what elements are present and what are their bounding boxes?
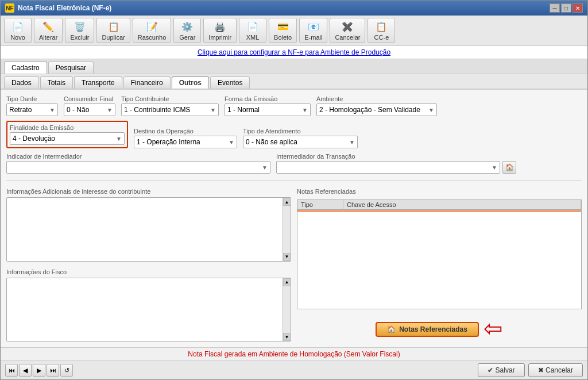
table-chave-cell xyxy=(343,210,581,212)
boleto-button[interactable]: 💳 Boleto xyxy=(269,18,297,43)
fisco-scroll-track xyxy=(283,286,291,333)
xml-icon: 📄 xyxy=(246,20,259,33)
scroll-down-arrow[interactable]: ▼ xyxy=(283,253,291,261)
nav-last-button[interactable]: ⏭ xyxy=(47,364,59,377)
table-tipo-cell xyxy=(297,210,343,212)
rascunho-icon: 📝 xyxy=(146,20,158,33)
title-bar: NF Nota Fiscal Eletrônica (NF-e) ─ □ ✕ xyxy=(1,1,587,16)
tab-outros[interactable]: Outros xyxy=(172,76,209,89)
scroll-up-arrow[interactable]: ▲ xyxy=(283,198,291,206)
info-fisco-textarea[interactable] xyxy=(7,278,283,318)
intermediador-transacao-action-btn[interactable]: 🏠 xyxy=(502,161,516,174)
nav-refresh-button[interactable]: ↺ xyxy=(60,364,73,377)
cce-button[interactable]: 📋 CC-e xyxy=(368,18,395,43)
info-fisco-group: Informações do Fisco ▲ ▼ xyxy=(6,268,291,342)
email-icon: 📧 xyxy=(307,20,320,33)
novo-button[interactable]: 📄 Novo xyxy=(4,18,32,43)
consumidor-final-select[interactable]: 0 - Não ▼ xyxy=(64,103,115,116)
info-fisco-label: Informações do Fisco xyxy=(6,268,291,275)
destino-operacao-select[interactable]: 1 - Operação Interna ▼ xyxy=(134,136,237,148)
forma-emissao-arrow: ▼ xyxy=(302,107,308,113)
restore-button[interactable]: □ xyxy=(561,3,571,13)
tab-financeiro[interactable]: Financeiro xyxy=(123,76,171,89)
xml-button[interactable]: 📄 XML xyxy=(239,18,266,43)
col-chave-header: Chave de Acesso xyxy=(343,200,581,209)
forma-emissao-select[interactable]: 1 - Normal ▼ xyxy=(225,103,311,116)
info-fisco-scrollbar[interactable]: ▲ ▼ xyxy=(283,278,291,341)
form-row-1: Tipo Danfe Retrato ▼ Consumidor Final 0 … xyxy=(6,95,582,116)
cce-label: CC-e xyxy=(374,34,389,41)
notas-referenciadas-button[interactable]: 🏠 Notas Referenciadas xyxy=(376,322,479,337)
info-contribuinte-label: Informações Adicionais de interesse do c… xyxy=(6,188,291,195)
destino-operacao-label: Destino da Operação xyxy=(134,128,237,135)
email-button[interactable]: 📧 E-mail xyxy=(299,18,327,43)
form-row-3: Indicador de Intermediador ▼ Intermediad… xyxy=(6,153,582,174)
tab-pesquisar[interactable]: Pesquisar xyxy=(48,62,94,74)
close-button[interactable]: ✕ xyxy=(572,3,583,13)
boleto-label: Boleto xyxy=(274,34,292,41)
arrow-right-icon: ⇦ xyxy=(483,315,503,341)
tipo-contribuinte-select[interactable]: 1 - Contribuinte ICMS ▼ xyxy=(121,103,219,116)
ambiente-select[interactable]: 2 - Homologação - Sem Validade ▼ xyxy=(316,103,437,116)
destino-operacao-arrow: ▼ xyxy=(229,139,234,145)
tipo-danfe-select[interactable]: Retrato ▼ xyxy=(6,103,58,116)
tipo-contribuinte-group: Tipo Contribuinte 1 - Contribuinte ICMS … xyxy=(121,95,219,116)
notas-referenciadas-table: Tipo Chave de Acesso xyxy=(297,199,582,309)
tab-cadastro[interactable]: Cadastro xyxy=(4,62,47,74)
config-link[interactable]: Clique aqui para configurar a NF-e para … xyxy=(198,48,390,56)
info-contribuinte-scrollbar[interactable]: ▲ ▼ xyxy=(283,198,291,261)
finalidade-emissao-select[interactable]: 4 - Devolução ▼ xyxy=(10,132,125,145)
intermediador-transacao-select[interactable]: ▼ xyxy=(276,161,500,174)
rascunho-button[interactable]: 📝 Rascunho xyxy=(133,18,172,43)
fisco-scroll-down-arrow[interactable]: ▼ xyxy=(283,333,291,341)
novo-icon: 📄 xyxy=(11,20,24,33)
nav-prev-button[interactable]: ◀ xyxy=(19,364,32,377)
nav-next-button[interactable]: ▶ xyxy=(33,364,45,377)
indicador-intermediador-label: Indicador de Intermediador xyxy=(6,153,270,160)
imprimir-icon: 🖨️ xyxy=(214,20,226,33)
save-button[interactable]: ✔ Salvar xyxy=(478,363,524,377)
tipo-atendimento-arrow: ▼ xyxy=(349,139,355,145)
intermediador-action-icon: 🏠 xyxy=(505,163,514,171)
gerar-button[interactable]: ⚙️ Gerar xyxy=(173,18,201,43)
table-data-row[interactable] xyxy=(297,210,581,212)
cancelar-toolbar-button[interactable]: ✖️ Cancelar xyxy=(330,18,365,43)
cancel-button[interactable]: ✖ Cancelar xyxy=(528,363,583,377)
excluir-button[interactable]: 🗑️ Excluir xyxy=(65,18,94,43)
col-tipo-header: Tipo xyxy=(297,200,343,209)
cce-icon: 📋 xyxy=(375,20,388,33)
forma-emissao-label: Forma da Emissão xyxy=(225,95,311,102)
indicador-intermediador-select[interactable]: ▼ xyxy=(6,161,270,174)
imprimir-button[interactable]: 🖨️ Imprimir xyxy=(203,18,237,43)
tab-totais[interactable]: Totais xyxy=(40,76,73,89)
tipo-atendimento-select[interactable]: 0 - Não se aplica ▼ xyxy=(243,136,358,148)
consumidor-final-arrow: ▼ xyxy=(107,107,113,113)
duplicar-button[interactable]: 📋 Duplicar xyxy=(96,18,130,43)
title-bar-left: NF Nota Fiscal Eletrônica (NF-e) xyxy=(5,3,111,13)
two-column-section: Informações Adicionais de interesse do c… xyxy=(6,188,582,341)
scroll-track xyxy=(283,206,291,253)
tab-eventos[interactable]: Eventos xyxy=(210,76,250,89)
alterar-button[interactable]: ✏️ Alterar xyxy=(34,18,63,43)
fisco-scroll-up-arrow[interactable]: ▲ xyxy=(283,278,291,286)
notas-btn-label: Notas Referenciadas xyxy=(399,325,467,333)
info-contribuinte-textarea[interactable] xyxy=(7,198,283,238)
notas-referenciadas-section-label: Notas Referenciadas xyxy=(297,188,582,195)
content-area: Dados Totais Transporte Financeiro Outro… xyxy=(1,74,587,347)
tab-transporte[interactable]: Transporte xyxy=(74,76,122,89)
action-buttons: ✔ Salvar ✖ Cancelar xyxy=(478,363,583,377)
excluir-icon: 🗑️ xyxy=(74,20,86,33)
intermediador-transacao-arrow: ▼ xyxy=(492,164,497,171)
nav-first-button[interactable]: ⏮ xyxy=(5,364,18,377)
tipo-atendimento-value: 0 - Não se aplica xyxy=(246,138,297,146)
left-section: Informações Adicionais de interesse do c… xyxy=(6,188,291,341)
intermediador-transacao-row: ▼ 🏠 xyxy=(276,161,516,174)
window-title: Nota Fiscal Eletrônica (NF-e) xyxy=(18,4,111,12)
rascunho-label: Rascunho xyxy=(138,34,167,41)
notas-btn-icon: 🏠 xyxy=(387,325,396,333)
minimize-button[interactable]: ─ xyxy=(550,3,560,13)
notas-btn-row: 🏠 Notas Referenciadas ⇦ xyxy=(297,315,582,341)
table-header-row: Tipo Chave de Acesso xyxy=(297,200,581,210)
consumidor-final-label: Consumidor Final xyxy=(64,95,115,102)
tab-dados[interactable]: Dados xyxy=(4,76,39,89)
